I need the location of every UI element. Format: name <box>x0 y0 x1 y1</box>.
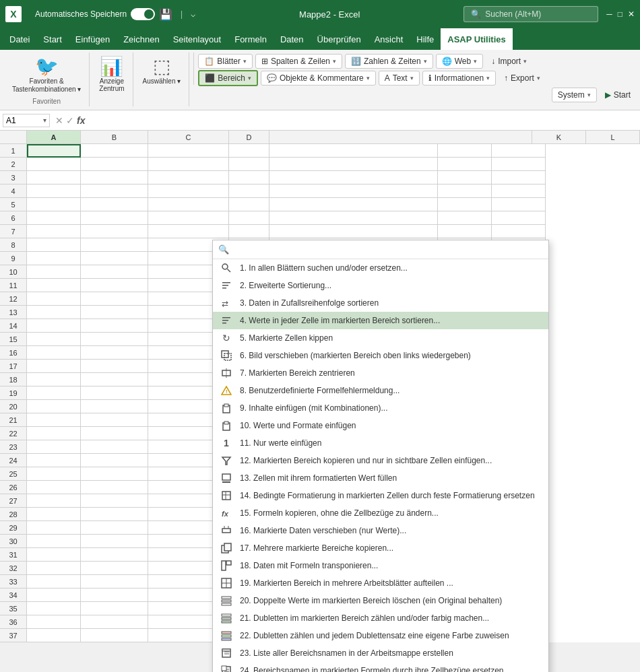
cell-gap4[interactable] <box>269 184 438 198</box>
cell-l5[interactable] <box>492 198 546 211</box>
ribbon-btn-blaetter[interactable]: 📋 Blätter ▾ <box>198 54 253 69</box>
col-header-k[interactable]: K <box>532 131 586 143</box>
cell-b2[interactable] <box>81 158 148 171</box>
cell-b31[interactable] <box>81 548 148 562</box>
cell-b20[interactable] <box>81 400 148 413</box>
cell-b15[interactable] <box>81 333 148 346</box>
dropdown-item-22[interactable]: 22. Dubletten zählen und jedem Dubletten… <box>213 627 548 644</box>
cell-b17[interactable] <box>81 360 148 373</box>
col-header-l[interactable]: L <box>586 131 640 143</box>
cell-a17[interactable] <box>27 360 81 373</box>
menu-item-asap[interactable]: ASAP Utilities <box>441 28 512 50</box>
cell-b21[interactable] <box>81 413 148 427</box>
ribbon-btn-favoriten[interactable]: 🐦 Favoriten &Tastenkombinationen ▾ <box>9 54 84 95</box>
dropdown-item-13[interactable]: 13. Zellen mit ihrem formatierten Wert f… <box>213 469 548 487</box>
dropdown-item-2[interactable]: 2. Erweiterte Sortierung... <box>213 277 548 294</box>
cell-a6[interactable] <box>27 211 81 225</box>
cell-c5[interactable] <box>148 198 229 211</box>
dropdown-search-input[interactable] <box>233 245 543 255</box>
dropdown-item-19[interactable]: 19. Markierten Bereich in mehrere Arbeit… <box>213 574 548 592</box>
cell-l4[interactable] <box>492 184 546 198</box>
cell-c3[interactable] <box>148 171 229 184</box>
save-icon[interactable]: 💾 <box>159 8 172 21</box>
ribbon-btn-start[interactable]: ▶ Start <box>600 88 636 102</box>
cell-k7[interactable] <box>438 225 492 238</box>
cell-k2[interactable] <box>438 158 492 171</box>
cell-b26[interactable] <box>81 481 148 494</box>
cell-l2[interactable] <box>492 158 546 171</box>
name-box[interactable]: A1 ▾ <box>3 114 50 127</box>
cell-b32[interactable] <box>81 562 148 575</box>
cell-gap2[interactable] <box>269 158 438 171</box>
dropdown-item-7[interactable]: 7. Markierten Bereich zentrieren <box>213 364 548 382</box>
search-bar[interactable]: 🔍 Suchen (Alt+M) <box>463 6 598 22</box>
cell-a11[interactable] <box>27 279 81 292</box>
ribbon-btn-system[interactable]: System ▾ <box>552 88 597 102</box>
cell-b3[interactable] <box>81 171 148 184</box>
cell-c4[interactable] <box>148 184 229 198</box>
cell-a18[interactable] <box>27 373 81 387</box>
cell-a7[interactable] <box>27 225 81 238</box>
cell-b22[interactable] <box>81 427 148 440</box>
dropdown-item-5[interactable]: ↻5. Markierte Zellen kippen <box>213 329 548 347</box>
cell-b33[interactable] <box>81 575 148 589</box>
menu-item-datei[interactable]: Datei <box>3 28 36 50</box>
cell-a22[interactable] <box>27 427 81 440</box>
cell-a13[interactable] <box>27 306 81 319</box>
cell-d3[interactable] <box>229 171 269 184</box>
cell-b27[interactable] <box>81 494 148 508</box>
cell-a34[interactable] <box>27 589 81 602</box>
dropdown-item-1[interactable]: 1. In allen Blättern suchen und/oder ers… <box>213 259 548 277</box>
cell-b11[interactable] <box>81 279 148 292</box>
cell-l1[interactable] <box>492 144 546 158</box>
cell-gap5[interactable] <box>269 198 438 211</box>
cell-a3[interactable] <box>27 171 81 184</box>
cell-gap7[interactable] <box>269 225 438 238</box>
menu-item-hilfe[interactable]: Hilfe <box>410 28 441 50</box>
cell-b34[interactable] <box>81 589 148 602</box>
close-icon[interactable]: ✕ <box>628 9 635 19</box>
cell-b1[interactable] <box>81 144 148 158</box>
cell-a15[interactable] <box>27 333 81 346</box>
cell-a9[interactable] <box>27 252 81 265</box>
ribbon-btn-spalten[interactable]: ⊞ Spalten & Zeilen ▾ <box>255 54 342 69</box>
cell-a2[interactable] <box>27 158 81 171</box>
cell-a24[interactable] <box>27 454 81 467</box>
cell-a26[interactable] <box>27 481 81 494</box>
dropdown-item-12[interactable]: 12. Markierten Bereich kopieren und nur … <box>213 452 548 469</box>
col-header-a[interactable]: A <box>27 131 81 143</box>
dropdown-item-8[interactable]: !8. Benutzerdefinierte Formelfehlermeldu… <box>213 382 548 399</box>
cell-gap1[interactable] <box>269 144 438 158</box>
cell-a32[interactable] <box>27 562 81 575</box>
cell-a12[interactable] <box>27 292 81 306</box>
col-header-b[interactable]: B <box>81 131 148 143</box>
menu-item-ansicht[interactable]: Ansicht <box>368 28 410 50</box>
maximize-icon[interactable]: □ <box>618 9 622 19</box>
cell-a21[interactable] <box>27 413 81 427</box>
cell-b28[interactable] <box>81 508 148 521</box>
menu-item-überprüfen[interactable]: Überprüfen <box>311 28 368 50</box>
formula-input[interactable] <box>90 116 637 125</box>
cell-k6[interactable] <box>438 211 492 225</box>
cell-b25[interactable] <box>81 467 148 481</box>
ribbon-btn-anzeige[interactable]: 📊 AnzeigeZentrum <box>96 54 127 94</box>
menu-item-einfügen[interactable]: Einfügen <box>69 28 117 50</box>
cell-b8[interactable] <box>81 238 148 252</box>
menu-item-formeln[interactable]: Formeln <box>228 28 274 50</box>
cell-gap3[interactable] <box>269 171 438 184</box>
cell-k1[interactable] <box>438 144 492 158</box>
dropdown-item-23[interactable]: 23. Liste aller Bereichsnamen in der Arb… <box>213 644 548 662</box>
autosave-toggle[interactable] <box>131 8 155 20</box>
dropdown-item-10[interactable]: 10. Werte und Formate einfügen <box>213 417 548 434</box>
dropdown-item-15[interactable]: fx15. Formeln kopieren, ohne die Zellbez… <box>213 504 548 522</box>
cell-a14[interactable] <box>27 319 81 333</box>
menu-item-zeichnen[interactable]: Zeichnen <box>117 28 166 50</box>
ribbon-btn-informationen[interactable]: ℹ Informationen ▾ <box>422 71 496 86</box>
cell-a36[interactable] <box>27 615 81 629</box>
cell-a5[interactable] <box>27 198 81 211</box>
cell-d7[interactable] <box>229 225 269 238</box>
ribbon-btn-web[interactable]: 🌐 Web ▾ <box>436 54 483 69</box>
ribbon-btn-bereich[interactable]: ⬛ Bereich ▾ <box>198 70 258 86</box>
cell-a33[interactable] <box>27 575 81 589</box>
dropdown-item-3[interactable]: ⇄3. Daten in Zufallsreihenfolge sortiere… <box>213 294 548 312</box>
